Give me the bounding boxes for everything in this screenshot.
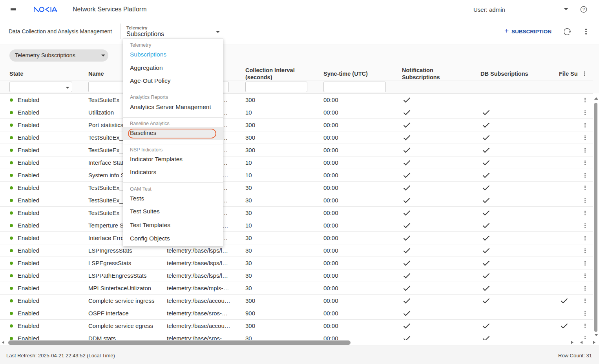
svg-text:?: ? xyxy=(583,7,585,12)
